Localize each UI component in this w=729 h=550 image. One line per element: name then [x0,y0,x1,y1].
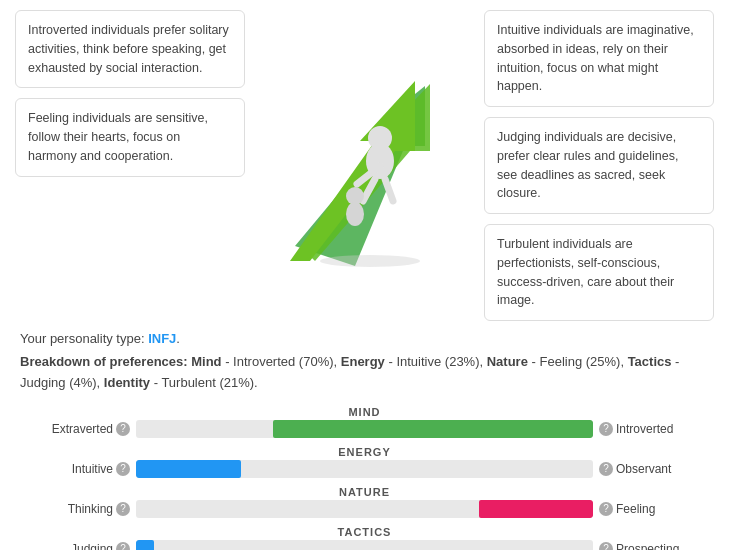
card-intuitive-text: Intuitive individuals are imaginative, a… [497,23,694,93]
personality-type-link[interactable]: INFJ [148,331,176,346]
svg-line-7 [385,179,393,201]
question-mark-observant[interactable]: ? [599,462,613,476]
question-mark-extraverted[interactable]: ? [116,422,130,436]
bar-group-mind: MIND Extraverted ? ? Introverted [20,406,709,438]
main-container: Introverted individuals prefer solitary … [0,0,729,550]
bar-track-energy [136,460,593,478]
bar-track-mind [136,420,593,438]
bar-label-nature: NATURE [20,486,709,498]
card-judging: Judging individuals are decisive, prefer… [484,117,714,214]
bar-left-label-tactics: Judging ? [20,542,130,550]
question-mark-intuitive[interactable]: ? [116,462,130,476]
bar-label-tactics: TACTICS [20,526,709,538]
bar-row-mind: Extraverted ? ? Introverted [20,420,709,438]
bar-row-nature: Thinking ? ? Feeling [20,500,709,518]
card-introverted-text: Introverted individuals prefer solitary … [28,23,229,75]
bar-left-label-nature: Thinking ? [20,502,130,516]
question-mark-judging[interactable]: ? [116,542,130,550]
svg-point-9 [346,202,364,226]
bar-left-label-mind: Extraverted ? [20,422,130,436]
card-intuitive: Intuitive individuals are imaginative, a… [484,10,714,107]
card-judging-text: Judging individuals are decisive, prefer… [497,130,678,200]
breakdown-label: Breakdown of preferences: Mind - Introve… [20,354,679,390]
bar-row-energy: Intuitive ? ? Observant [20,460,709,478]
bar-fill-energy [136,460,241,478]
top-section: Introverted individuals prefer solitary … [15,10,714,321]
personality-type-suffix: . [176,331,180,346]
left-cards: Introverted individuals prefer solitary … [15,10,245,321]
bar-fill-tactics [136,540,154,550]
bar-group-tactics: TACTICS Judging ? ? Prospecting [20,526,709,550]
bar-track-nature [136,500,593,518]
right-cards: Intuitive individuals are imaginative, a… [484,10,714,321]
card-feeling: Feeling individuals are sensitive, follo… [15,98,245,176]
bar-fill-mind [273,420,593,438]
card-feeling-text: Feeling individuals are sensitive, follo… [28,111,208,163]
svg-point-10 [320,255,420,267]
svg-point-4 [368,126,392,150]
bar-fill-nature [479,500,593,518]
question-mark-prospecting[interactable]: ? [599,542,613,550]
question-mark-introverted[interactable]: ? [599,422,613,436]
bar-right-label-nature: ? Feeling [599,502,709,516]
bar-left-label-energy: Intuitive ? [20,462,130,476]
bar-row-tactics: Judging ? ? Prospecting [20,540,709,550]
figure-illustration [275,66,455,266]
bar-right-label-energy: ? Observant [599,462,709,476]
bar-group-nature: NATURE Thinking ? ? Feeling [20,486,709,518]
bars-section: MIND Extraverted ? ? Introverted ENERGY [15,406,714,550]
bar-group-energy: ENERGY Intuitive ? ? Observant [20,446,709,478]
bar-right-label-mind: ? Introverted [599,422,709,436]
card-turbulent-text: Turbulent individuals are perfectionists… [497,237,674,307]
card-introverted: Introverted individuals prefer solitary … [15,10,245,88]
personality-type-line: Your personality type: INFJ. [15,331,714,346]
card-turbulent: Turbulent individuals are perfectionists… [484,224,714,321]
personality-type-prefix: Your personality type: [20,331,148,346]
center-image [255,10,474,321]
bar-label-mind: MIND [20,406,709,418]
bar-track-tactics [136,540,593,550]
bar-label-energy: ENERGY [20,446,709,458]
breakdown-line: Breakdown of preferences: Mind - Introve… [15,352,714,394]
question-mark-feeling[interactable]: ? [599,502,613,516]
bar-right-label-tactics: ? Prospecting [599,542,709,550]
question-mark-thinking[interactable]: ? [116,502,130,516]
